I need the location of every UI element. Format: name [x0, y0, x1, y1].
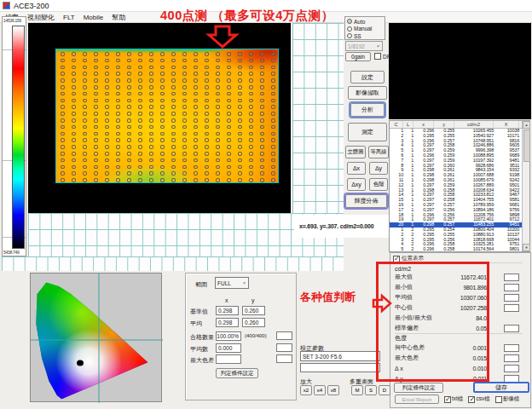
scroll-down-icon[interactable]: ▼	[523, 244, 530, 251]
status-box	[504, 274, 519, 281]
measure-point	[138, 118, 142, 123]
contour-button[interactable]: 等高線	[368, 146, 389, 158]
menu-item-3[interactable]: Mobile	[84, 14, 104, 21]
multi-screen-d-button[interactable]: D	[379, 385, 390, 395]
measure-point	[149, 132, 153, 136]
measure-point	[205, 92, 209, 96]
delta-xy-button[interactable]: Δxy	[347, 178, 366, 191]
max-color-diff-field[interactable]	[216, 354, 241, 364]
zoom-x4-button[interactable]: x4	[314, 385, 326, 395]
measure-point	[149, 125, 153, 130]
radio-icon	[347, 19, 352, 24]
measure-point	[238, 178, 242, 182]
delta-x-button[interactable]: Δx	[347, 162, 366, 175]
measure-point	[182, 125, 187, 130]
radio-auto[interactable]: Auto	[347, 18, 383, 26]
position-display-checkbox[interactable]: 位置表示	[393, 255, 424, 262]
zoom-x8-button[interactable]: x8	[327, 385, 339, 395]
measure-point	[160, 138, 165, 142]
zoom-x2-button[interactable]: x2	[300, 385, 312, 395]
menu-item-2[interactable]: FLT	[63, 14, 75, 21]
measure-point	[138, 52, 142, 56]
measure-point	[138, 92, 142, 96]
measure-point	[116, 105, 120, 109]
judge-condition-button[interactable]: 判定條件設定	[216, 368, 258, 378]
analyze-button[interactable]: 分析	[350, 103, 385, 117]
judge-condition-button-footer[interactable]: 判定條件設定	[394, 383, 443, 393]
average-y-field[interactable]: 0.260	[242, 318, 265, 327]
measure-point	[94, 171, 98, 176]
result-value: 84.0	[449, 315, 487, 321]
measure-point	[238, 125, 242, 130]
stereo-view-button[interactable]: 立體圖	[345, 146, 366, 158]
capture-mode-panel: Auto Manual SS	[344, 16, 385, 40]
radio-ss[interactable]: SS	[347, 32, 383, 40]
measure-point	[205, 78, 209, 83]
calibration-field-2[interactable]	[300, 363, 380, 372]
measure-point	[160, 85, 165, 89]
measure-point	[61, 132, 65, 136]
table-header-cell[interactable]: X	[494, 121, 519, 128]
shutter-dropdown[interactable]: 1/8192 ▼	[345, 41, 383, 51]
measure-point	[127, 66, 131, 70]
measure-point	[216, 99, 220, 103]
table-scrollbar[interactable]: ▲ ▼	[522, 121, 529, 251]
measure-point	[105, 138, 109, 142]
measure-point	[105, 59, 109, 63]
measure-point	[205, 85, 209, 89]
table-header-cell[interactable]: y	[434, 121, 454, 128]
measure-point	[83, 59, 87, 63]
calibration-field[interactable]: SET 3-200 F5.6	[300, 351, 380, 361]
result-label: Δ y	[395, 376, 449, 382]
radio-manual[interactable]: Manual	[347, 26, 383, 33]
result-value: 11672.401	[449, 274, 487, 280]
pass-percent-field[interactable]: 100.00%	[216, 331, 241, 341]
measure-point	[105, 52, 109, 56]
average-x-field[interactable]: 0.298	[216, 318, 239, 327]
color-levels-button[interactable]: 色階	[369, 178, 388, 191]
scroll-up-icon[interactable]: ▲	[523, 121, 530, 129]
reference-y-field[interactable]: 0.260	[242, 306, 265, 315]
export-check-0[interactable]: txt檔	[444, 395, 463, 403]
multi-screen-m-button[interactable]: M	[351, 385, 363, 395]
scroll-thumb[interactable]	[523, 130, 530, 162]
measure-point	[194, 52, 198, 56]
table-header-cell[interactable]: cd/m2	[454, 121, 494, 128]
luminance-distribution-button[interactable]: 輝度分佈	[345, 194, 387, 208]
measure-button[interactable]: 測定	[348, 123, 387, 141]
delta-y-button[interactable]: Δy	[369, 162, 388, 175]
table-header-cell[interactable]: C	[390, 121, 403, 128]
result-label: 中心值	[395, 303, 449, 312]
settings-button[interactable]: 設定	[350, 71, 385, 84]
measure-point	[94, 132, 98, 136]
save-button[interactable]: 儲存	[473, 382, 529, 393]
measure-point	[249, 92, 253, 96]
export-check-1[interactable]: csv檔	[468, 395, 489, 403]
avg-diff-field[interactable]: 0.000	[216, 343, 241, 353]
table-header-cell[interactable]: x	[413, 121, 434, 128]
measure-point	[227, 99, 231, 103]
measure-point	[61, 105, 65, 109]
menu-item-4[interactable]: 幫助	[112, 13, 125, 22]
radio-label: SS	[354, 33, 361, 39]
checkbox-icon	[468, 396, 475, 403]
scale-min-label: 5438.749	[3, 250, 19, 255]
checkbox-icon	[444, 396, 451, 403]
excel-report-button[interactable]: Excel Report	[395, 395, 439, 404]
range-dropdown[interactable]: FULL ▼	[215, 277, 249, 289]
measure-point	[260, 165, 264, 170]
pass-count-label: 合格數量	[190, 333, 214, 342]
gain-button[interactable]: 0gain	[345, 52, 371, 61]
annotation-judge-note: 各种值判断	[300, 290, 356, 305]
multi-screen-s-button[interactable]: S	[365, 385, 377, 395]
reference-x-field[interactable]: 0.298	[216, 306, 239, 315]
measure-point	[194, 59, 198, 63]
measure-point	[138, 125, 142, 130]
export-check-2[interactable]: 影像檔	[495, 395, 520, 403]
measure-point	[271, 171, 275, 176]
measure-point	[127, 105, 131, 109]
image-capture-button[interactable]: 影像擷取	[348, 86, 387, 100]
menu-item-1[interactable]: 視頻變化	[27, 13, 55, 22]
measure-point	[160, 112, 165, 116]
table-header-cell[interactable]: L	[403, 121, 413, 128]
